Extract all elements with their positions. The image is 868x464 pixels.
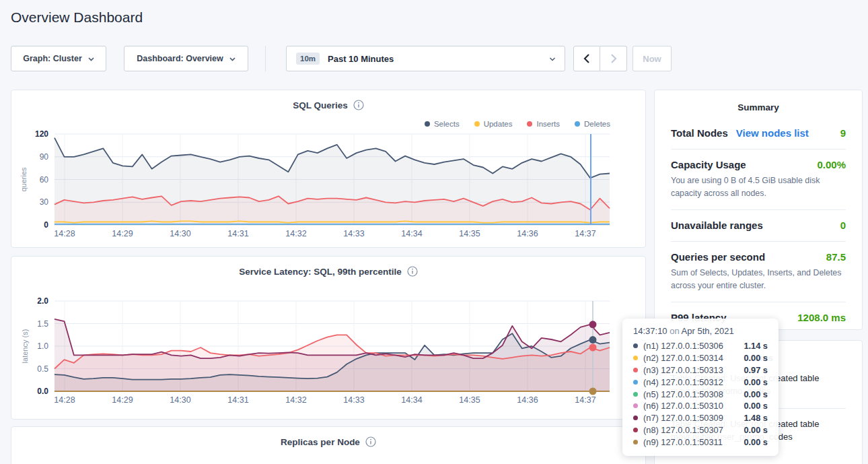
y-tick-label: 120 xyxy=(35,129,48,139)
hover-value-dot xyxy=(589,344,597,352)
y-tick-label: 1.0 xyxy=(37,341,48,351)
graph-dropdown[interactable]: Graph: Cluster xyxy=(11,46,106,71)
y-tick-label: 90 xyxy=(40,152,49,162)
summary-panel: Summary Total Nodes View nodes list 9 Ca… xyxy=(654,90,863,330)
series-color-dot xyxy=(633,416,638,420)
tooltip-row: (n1) 127.0.0.1:503061.14 s xyxy=(633,340,768,352)
y-tick-label: 60 xyxy=(40,175,49,185)
p99-latency-value: 1208.0 ms xyxy=(797,312,846,323)
series-color-dot xyxy=(633,380,638,385)
tooltip-row: (n6) 127.0.0.1:503100.00 s xyxy=(633,400,768,412)
y-tick-label: 0 xyxy=(44,220,48,230)
series-color-dot xyxy=(633,368,638,372)
view-nodes-list-link[interactable]: View nodes list xyxy=(736,127,809,139)
y-tick-label: 1.5 xyxy=(37,319,48,329)
unavailable-ranges-value: 0 xyxy=(840,220,846,231)
x-tick-label: 14:35 xyxy=(459,395,480,405)
tooltip-node-value: 0.00 s xyxy=(744,401,768,411)
service-latency-chart[interactable]: 0.00.51.01.52.014:2814:2914:3014:3114:32… xyxy=(11,257,645,419)
chevron-left-icon xyxy=(583,54,590,63)
tooltip-node-value: 1.48 s xyxy=(744,413,768,423)
series-color-dot xyxy=(633,356,638,360)
x-tick-label: 14:37 xyxy=(575,395,595,405)
time-range-label: Past 10 Minutes xyxy=(328,54,541,64)
total-nodes-label: Total Nodes xyxy=(671,127,728,139)
time-range-selector[interactable]: 10m Past 10 Minutes xyxy=(286,46,565,71)
dashboard-dropdown[interactable]: Dashboard: Overview xyxy=(124,46,248,71)
x-tick-label: 14:33 xyxy=(343,229,364,238)
prev-time-button[interactable] xyxy=(573,46,600,71)
tooltip-node-value: 0.00 s xyxy=(744,437,768,447)
hover-value-dot xyxy=(589,321,597,328)
tooltip-node-value: 0.00 s xyxy=(744,353,768,363)
x-tick-label: 14:31 xyxy=(227,229,248,238)
tooltip-node-value: 1.14 s xyxy=(744,341,768,351)
tooltip-row: (n4) 127.0.0.1:503120.00 s xyxy=(633,376,768,388)
x-tick-label: 14:35 xyxy=(459,229,480,238)
tooltip-node-value: 0.00 s xyxy=(744,377,768,387)
chevron-down-icon xyxy=(229,56,236,62)
tooltip-row: (n3) 127.0.0.1:503130.97 s xyxy=(633,364,768,376)
replicas-per-node-panel: Replicas per Node xyxy=(11,426,646,464)
hover-value-dot xyxy=(589,388,597,395)
hover-value-dot xyxy=(589,336,597,343)
chevron-down-icon xyxy=(549,56,555,62)
series-line-updates xyxy=(55,221,610,222)
tooltip-node-value: 0.00 s xyxy=(744,389,768,399)
replicas-per-node-title: Replicas per Node xyxy=(281,437,360,447)
y-axis-label: latency (s) xyxy=(21,329,29,364)
capacity-usage-value: 0.00% xyxy=(817,159,846,170)
y-tick-label: 0.5 xyxy=(37,364,48,374)
toolbar-divider xyxy=(265,46,266,71)
capacity-usage-label: Capacity Usage xyxy=(671,159,746,170)
page-title: Overview Dashboard xyxy=(11,9,143,26)
tooltip-node-value: 0.97 s xyxy=(744,365,768,375)
x-tick-label: 14:34 xyxy=(401,395,422,405)
chevron-right-icon xyxy=(610,54,617,63)
chart-hover-tooltip: 14:37:10 on Apr 5th, 2021 (n1) 127.0.0.1… xyxy=(622,319,779,456)
queries-per-second-label: Queries per second xyxy=(671,251,765,263)
now-button[interactable]: Now xyxy=(632,46,672,71)
tooltip-node-label: (n4) 127.0.0.1:50312 xyxy=(643,377,723,387)
tooltip-node-label: (n5) 127.0.0.1:50308 xyxy=(643,389,723,399)
series-area-inserts xyxy=(55,196,610,225)
next-time-button[interactable] xyxy=(600,46,627,71)
sql-queries-chart[interactable]: 030609012014:2814:2914:3014:3114:3214:33… xyxy=(11,90,645,247)
x-tick-label: 14:34 xyxy=(401,229,422,238)
series-color-dot xyxy=(633,428,638,432)
summary-title: Summary xyxy=(671,102,846,112)
tooltip-node-label: (n6) 127.0.0.1:50310 xyxy=(643,401,723,411)
x-tick-label: 14:29 xyxy=(112,395,133,405)
tooltip-timestamp: 14:37:10 on Apr 5th, 2021 xyxy=(633,326,768,336)
info-icon[interactable] xyxy=(365,436,376,447)
tooltip-row: (n5) 127.0.0.1:503080.00 s xyxy=(633,388,768,400)
x-tick-label: 14:30 xyxy=(170,229,190,238)
series-color-dot xyxy=(633,343,638,348)
x-tick-label: 14:37 xyxy=(575,229,595,238)
tooltip-row: (n8) 127.0.0.1:503070.00 s xyxy=(633,424,768,436)
series-color-dot xyxy=(633,440,638,444)
tooltip-node-label: (n1) 127.0.0.1:50306 xyxy=(643,341,723,351)
dashboard-dropdown-label: Dashboard: Overview xyxy=(137,54,223,63)
tooltip-node-label: (n8) 127.0.0.1:50307 xyxy=(643,425,723,435)
x-tick-label: 14:30 xyxy=(170,395,190,405)
graph-dropdown-label: Graph: Cluster xyxy=(23,54,82,63)
y-tick-label: 30 xyxy=(40,197,49,207)
tooltip-row: (n2) 127.0.0.1:503140.00 s xyxy=(633,352,768,364)
queries-per-second-value: 87.5 xyxy=(826,251,846,263)
x-tick-label: 14:36 xyxy=(517,229,538,238)
x-tick-label: 14:32 xyxy=(285,229,306,238)
x-tick-label: 14:29 xyxy=(112,229,133,238)
unavailable-ranges-label: Unavailable ranges xyxy=(671,220,763,231)
series-color-dot xyxy=(633,403,638,408)
tooltip-row: (n9) 127.0.0.1:503110.00 s xyxy=(633,436,768,448)
chevron-down-icon xyxy=(88,56,94,62)
y-tick-label: 0.0 xyxy=(37,387,48,396)
x-tick-label: 14:33 xyxy=(343,395,364,405)
tooltip-node-value: 0.00 s xyxy=(744,425,768,435)
total-nodes-value: 9 xyxy=(840,127,846,139)
queries-per-second-description: Sum of Selects, Updates, Inserts, and De… xyxy=(671,267,846,292)
x-tick-label: 14:36 xyxy=(517,395,538,405)
tooltip-node-label: (n3) 127.0.0.1:50313 xyxy=(643,365,723,375)
time-range-badge: 10m xyxy=(296,53,320,65)
